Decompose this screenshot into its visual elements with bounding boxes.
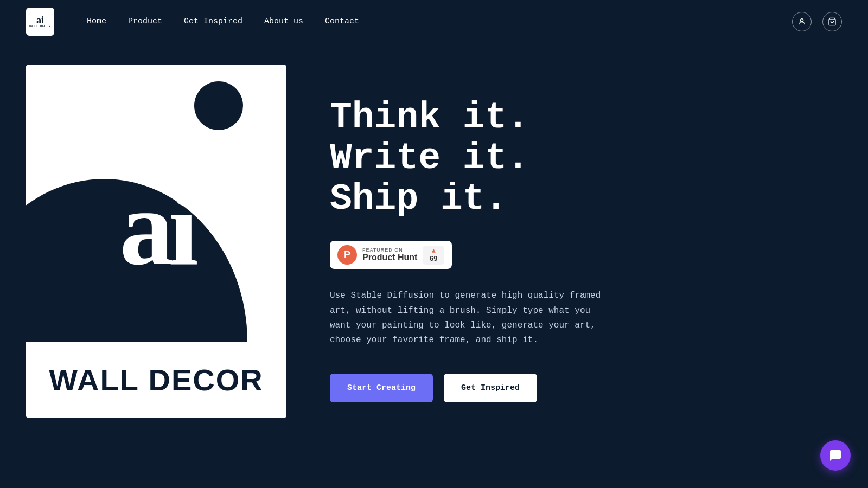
chat-widget-button[interactable] xyxy=(820,440,851,471)
cta-buttons: Start Creating Get Inspired xyxy=(330,374,842,402)
hero-headline: Think it. Write it. Ship it. xyxy=(330,98,842,219)
nav-about[interactable]: About us xyxy=(264,17,303,26)
user-icon-button[interactable] xyxy=(792,12,812,31)
nav-actions xyxy=(792,12,842,31)
hero-description: Use Stable Diffusion to generate high qu… xyxy=(330,288,612,348)
hero-text-section: Think it. Write it. Ship it. P FEATURED … xyxy=(330,65,842,402)
logo[interactable]: ai WALL DECOR xyxy=(26,8,54,36)
wall-decor-text-container: WALL DECOR xyxy=(26,342,286,418)
ph-text-group: FEATURED ON Product Hunt xyxy=(362,247,417,262)
main-content: ai WALL DECOR Think it. Write it. Ship i… xyxy=(0,43,868,488)
chat-icon xyxy=(829,449,842,462)
ph-icon: P xyxy=(337,245,357,265)
nav-product[interactable]: Product xyxy=(128,17,162,26)
start-creating-button[interactable]: Start Creating xyxy=(330,374,433,402)
logo-ai-text: ai xyxy=(36,15,44,25)
hero-art: ai xyxy=(26,65,286,342)
logo-sub-text: WALL DECOR xyxy=(29,25,51,28)
svg-point-0 xyxy=(800,18,803,21)
ph-name: Product Hunt xyxy=(362,253,417,262)
ph-arrow-icon: ▲ xyxy=(432,248,436,254)
nav-get-inspired[interactable]: Get Inspired xyxy=(184,17,242,26)
navbar: ai WALL DECOR Home Product Get Inspired … xyxy=(0,0,868,43)
circle-shape xyxy=(194,81,243,130)
ai-art-text: ai xyxy=(119,187,193,268)
nav-home[interactable]: Home xyxy=(87,17,106,26)
ph-votes: ▲ 69 xyxy=(423,246,444,265)
nav-contact[interactable]: Contact xyxy=(325,17,359,26)
product-hunt-badge[interactable]: P FEATURED ON Product Hunt ▲ 69 xyxy=(330,241,452,269)
wall-decor-label: WALL DECOR xyxy=(49,362,263,397)
get-inspired-button[interactable]: Get Inspired xyxy=(444,374,537,402)
ai-letters-overlay: ai xyxy=(26,187,286,268)
nav-links: Home Product Get Inspired About us Conta… xyxy=(87,17,792,26)
ph-featured-on: FEATURED ON xyxy=(362,247,417,253)
hero-image-card: ai WALL DECOR xyxy=(26,65,286,418)
cart-icon-button[interactable] xyxy=(822,12,842,31)
ph-vote-count: 69 xyxy=(430,254,437,262)
